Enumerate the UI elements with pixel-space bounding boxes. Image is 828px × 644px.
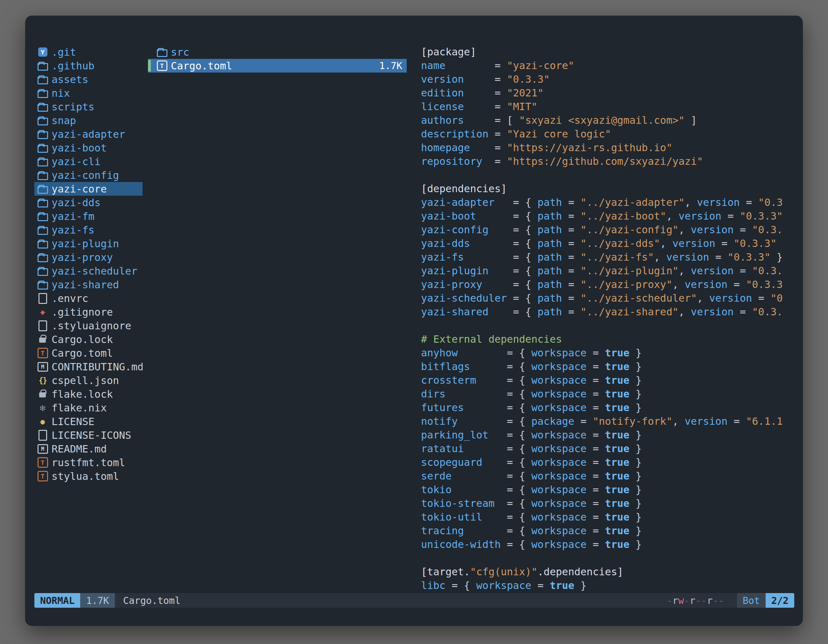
file-item[interactable]: Cargo.lock xyxy=(34,332,143,346)
file-item[interactable]: .github xyxy=(34,59,143,72)
scroll-position-label: Bot xyxy=(737,593,765,608)
file-item[interactable]: .git xyxy=(34,45,143,59)
file-item[interactable]: nix xyxy=(34,86,143,100)
preview-line: yazi-fs = { path = "../yazi-fs", version… xyxy=(421,251,803,264)
file-name: src xyxy=(171,46,189,58)
file-name: yazi-boot xyxy=(52,142,107,154)
file-name: Cargo.lock xyxy=(52,334,113,346)
file-item[interactable]: stylua.toml xyxy=(34,469,143,483)
folder-icon xyxy=(36,223,49,237)
file-name: yazi-core xyxy=(52,183,107,195)
file-item[interactable]: CONTRIBUTING.md xyxy=(34,360,143,373)
file-name: LICENSE xyxy=(52,415,94,428)
position-indicator: 2/2 xyxy=(765,593,794,608)
file-item[interactable]: yazi-adapter xyxy=(34,127,143,141)
preview-line: # External dependencies xyxy=(421,332,803,346)
file-item[interactable]: README.md xyxy=(34,442,143,456)
folder-icon xyxy=(36,278,49,291)
file-item[interactable]: yazi-scheduler xyxy=(34,264,143,278)
file-size: 1.7K xyxy=(380,60,402,71)
file-item[interactable]: yazi-config xyxy=(34,168,143,182)
file-name: yazi-adapter xyxy=(52,128,125,140)
folder-icon xyxy=(36,86,49,100)
file-item[interactable]: yazi-cli xyxy=(34,155,143,168)
file-name: rustfmt.toml xyxy=(52,457,125,469)
file-name: nix xyxy=(52,87,70,99)
file-name: Cargo.toml xyxy=(171,60,232,72)
toml-icon xyxy=(155,59,168,72)
md-icon xyxy=(36,360,49,373)
file-item[interactable]: .envrc xyxy=(34,291,143,305)
preview-line: name = "yazi-core" xyxy=(421,59,803,72)
preview-line: license = "MIT" xyxy=(421,100,803,114)
file-item[interactable]: snap xyxy=(34,114,143,127)
file-name: scripts xyxy=(52,101,94,113)
file-item[interactable]: flake.lock xyxy=(34,387,143,401)
preview-line: ratatui = { workspace = true } xyxy=(421,442,803,456)
file-name: yazi-dds xyxy=(52,197,100,209)
file-name: yazi-fm xyxy=(52,210,94,223)
file-name: .git xyxy=(52,46,76,58)
file-item[interactable]: .styluaignore xyxy=(34,319,143,332)
file-name: flake.nix xyxy=(52,402,107,414)
file-item[interactable]: yazi-plugin xyxy=(34,237,143,251)
file-item[interactable]: yazi-core xyxy=(34,182,143,196)
preview-line: scopeguard = { workspace = true } xyxy=(421,456,803,469)
preview-line: futures = { workspace = true } xyxy=(421,401,803,415)
file-name: stylua.toml xyxy=(52,470,119,483)
preview-line: tokio-stream = { workspace = true } xyxy=(421,497,803,510)
mode-badge: NORMAL xyxy=(34,593,80,608)
preview-line: yazi-adapter = { path = "../yazi-adapter… xyxy=(421,196,803,209)
file-icon xyxy=(36,428,49,442)
file-item[interactable]: yazi-fm xyxy=(34,209,143,223)
preview-line: tokio = { workspace = true } xyxy=(421,483,803,497)
file-item[interactable]: src xyxy=(148,45,407,59)
folder-icon xyxy=(36,237,49,251)
folder-icon xyxy=(36,141,49,155)
file-item[interactable]: yazi-proxy xyxy=(34,251,143,264)
file-item[interactable]: LICENSE-ICONS xyxy=(34,428,143,442)
preview-line: yazi-proxy = { path = "../yazi-proxy", v… xyxy=(421,278,803,291)
file-item[interactable]: scripts xyxy=(34,100,143,114)
file-item[interactable]: LICENSE xyxy=(34,415,143,428)
folder-icon xyxy=(36,196,49,209)
cursor-marker xyxy=(148,60,151,72)
file-item[interactable]: yazi-boot xyxy=(34,141,143,155)
file-item[interactable]: Cargo.toml 1.7K xyxy=(148,59,407,72)
file-item[interactable]: flake.nix xyxy=(34,401,143,415)
folder-icon xyxy=(36,114,49,127)
preview-line: unicode-width = { workspace = true } xyxy=(421,538,803,552)
permissions-text: -rw-r--r-- xyxy=(666,593,724,608)
file-name: CONTRIBUTING.md xyxy=(52,361,143,373)
file-name: .styluaignore xyxy=(52,320,131,332)
nix-icon xyxy=(36,401,49,415)
file-name: LICENSE-ICONS xyxy=(52,429,131,441)
file-item[interactable]: yazi-shared xyxy=(34,278,143,291)
preview-line: crossterm = { workspace = true } xyxy=(421,373,803,387)
file-item[interactable]: yazi-fs xyxy=(34,223,143,237)
folder-icon xyxy=(36,168,49,182)
preview-pane[interactable]: [package]name = "yazi-core"version = "0.… xyxy=(421,45,803,593)
file-item[interactable]: yazi-dds xyxy=(34,196,143,209)
file-item[interactable]: assets xyxy=(34,72,143,86)
preview-line: tokio-util = { workspace = true } xyxy=(421,510,803,524)
toml-icon xyxy=(36,346,49,360)
preview-line: [package] xyxy=(421,45,803,59)
preview-line: [target."cfg(unix)".dependencies] xyxy=(421,565,803,579)
preview-line xyxy=(421,168,803,182)
preview-line: parking_lot = { workspace = true } xyxy=(421,428,803,442)
status-bar: NORMAL 1.7K Cargo.toml -rw-r--r-- Bot 2/… xyxy=(34,593,794,608)
toml-icon xyxy=(36,469,49,483)
file-name: yazi-config xyxy=(52,169,119,181)
file-item[interactable]: cspell.json xyxy=(34,373,143,387)
license-icon xyxy=(36,415,49,428)
folder-icon xyxy=(36,72,49,86)
git-icon xyxy=(36,45,49,59)
file-item[interactable]: rustfmt.toml xyxy=(34,456,143,469)
file-icon xyxy=(36,291,49,305)
folder-icon xyxy=(36,264,49,278)
md-icon xyxy=(36,442,49,456)
preview-line xyxy=(421,319,803,332)
file-item[interactable]: Cargo.toml xyxy=(34,346,143,360)
file-item[interactable]: .gitignore xyxy=(34,305,143,319)
